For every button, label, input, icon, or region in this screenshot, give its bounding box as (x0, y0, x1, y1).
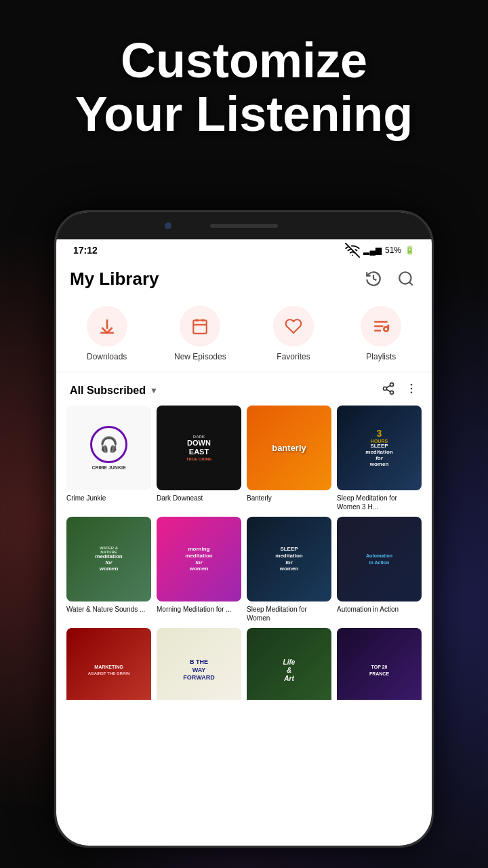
calendar-icon (191, 317, 209, 335)
podcast-cover-water-nature: WATER &NATURE meditationforwomen (66, 517, 151, 601)
list-item[interactable]: Life&Art Life and Art, from FT Wk... (247, 628, 331, 700)
list-item[interactable]: WATER &NATURE meditationforwomen Water &… (66, 517, 151, 623)
quick-item-new-episodes[interactable]: New Episodes (174, 306, 226, 361)
share-button[interactable] (382, 382, 395, 399)
hero-line1: Customize (121, 33, 367, 87)
podcast-title: Crime Junkie (66, 494, 151, 502)
new-episodes-icon-circle (180, 306, 220, 347)
podcast-cover-automation: Automationin Action (337, 517, 422, 601)
favorites-label: Favorites (277, 352, 310, 361)
subscribed-label: All Subscribed (70, 384, 146, 397)
podcast-cover-sleep-women: SLEEPmeditationforwomen (247, 517, 331, 601)
header-icons (361, 267, 418, 291)
podcast-grid: 🎧 CRIME JUNKIE Crime Junkie DARK DOWNEAS… (56, 406, 432, 700)
favorites-icon-circle (273, 306, 314, 347)
list-item[interactable]: DARK DOWNEAST TRUE CRIME Dark Downeast (157, 406, 241, 511)
podcast-cover-top20: TOP 20FRANCE (337, 628, 422, 700)
app-header: My Library (56, 261, 432, 299)
all-subscribed-filter[interactable]: All Subscribed ▼ (70, 384, 158, 397)
downloads-label: Downloads (87, 352, 127, 361)
new-episodes-label: New Episodes (174, 352, 226, 361)
list-item[interactable]: 🎧 CRIME JUNKIE Crime Junkie (66, 406, 151, 511)
battery-level: 51% (385, 245, 401, 255)
podcast-list-container[interactable]: 🎧 CRIME JUNKIE Crime Junkie DARK DOWNEAS… (56, 406, 432, 846)
quick-item-playlists[interactable]: Playlists (361, 306, 401, 361)
podcast-cover-morning: morningmeditationforwomen (157, 517, 241, 601)
podcast-cover-life-art: Life&Art (247, 628, 331, 700)
phone-notch (56, 212, 432, 239)
search-button[interactable] (394, 267, 418, 291)
quick-item-favorites[interactable]: Favorites (273, 306, 314, 361)
camera-dot (165, 222, 171, 229)
hero-section: Customize Your Listening (0, 34, 488, 141)
svg-point-8 (411, 392, 413, 394)
section-header: All Subscribed ▼ (56, 372, 432, 406)
quick-item-downloads[interactable]: Downloads (87, 306, 127, 361)
podcast-title: Water & Nature Sounds ... (66, 605, 151, 614)
section-actions (382, 382, 418, 399)
crime-junkie-logo: 🎧 (90, 426, 127, 463)
battery-icon: 🔋 (405, 245, 415, 255)
more-options-button[interactable] (405, 382, 418, 399)
list-item[interactable]: Automationin Action Automation in Action (337, 517, 422, 623)
history-icon (365, 270, 382, 288)
podcast-title: Dark Downeast (157, 494, 241, 502)
filter-arrow: ▼ (150, 386, 158, 395)
list-item[interactable]: banterly Banterly (247, 406, 331, 511)
list-item[interactable]: B THEWAYFORWARD B The Way Forward... (157, 628, 241, 700)
history-button[interactable] (361, 267, 386, 291)
status-icons: ▂▄▆ 51% 🔋 (345, 243, 415, 258)
signal-bars: ▂▄▆ (363, 245, 382, 255)
playlist-icon (372, 317, 390, 335)
downloads-icon-circle (87, 306, 127, 347)
list-item[interactable]: MARKETINGAGAINST THE GRAIN Marketing Aga… (66, 628, 151, 700)
podcast-title: Sleep Meditation for Women 3 H... (337, 494, 422, 511)
svg-point-3 (390, 383, 394, 387)
podcast-cover-crime-junkie: 🎧 CRIME JUNKIE (66, 406, 151, 490)
svg-point-4 (384, 387, 387, 391)
podcast-title: Morning Meditation for ... (157, 605, 241, 614)
list-item[interactable]: 3 HOURS SLEEPmeditationforwomen Sleep Me… (337, 406, 422, 511)
list-item[interactable]: SLEEPmeditationforwomen Sleep Meditation… (247, 517, 331, 623)
playlists-icon-circle (361, 306, 401, 347)
search-icon (397, 270, 415, 288)
podcast-cover-marketing: MARKETINGAGAINST THE GRAIN (66, 628, 151, 700)
podcast-title: Automation in Action (337, 605, 422, 614)
list-item[interactable]: morningmeditationforwomen Morning Medita… (157, 517, 241, 623)
app-title: My Library (70, 269, 159, 290)
wifi-icon (345, 243, 360, 258)
notch-pill (210, 224, 278, 228)
phone-frame: 17:12 ▂▄▆ 51% 🔋 My Library (54, 210, 434, 848)
more-vertical-icon (405, 382, 418, 395)
podcast-title: Sleep Meditation for Women (247, 605, 331, 623)
hero-line2: Your Listening (75, 87, 413, 141)
status-time: 17:12 (73, 245, 98, 256)
heart-icon (285, 317, 302, 335)
svg-point-0 (399, 272, 411, 283)
podcast-cover-b-way: B THEWAYFORWARD (157, 628, 241, 700)
phone-screen: 17:12 ▂▄▆ 51% 🔋 My Library (56, 212, 432, 846)
share-icon (382, 382, 395, 395)
quick-access-row: Downloads New Episodes (56, 299, 432, 372)
list-item[interactable]: TOP 20FRANCE Playlist Top 20 France (337, 628, 422, 700)
svg-point-6 (411, 384, 413, 386)
playlists-label: Playlists (366, 352, 396, 361)
podcast-cover-sleep-3h: 3 HOURS SLEEPmeditationforwomen (337, 406, 422, 490)
download-icon (98, 317, 116, 335)
podcast-cover-banterly: banterly (247, 406, 331, 490)
podcast-cover-dark-downeast: DARK DOWNEAST TRUE CRIME (157, 406, 241, 490)
svg-point-5 (390, 391, 394, 394)
podcast-title: Banterly (247, 494, 331, 502)
svg-point-7 (411, 388, 413, 390)
